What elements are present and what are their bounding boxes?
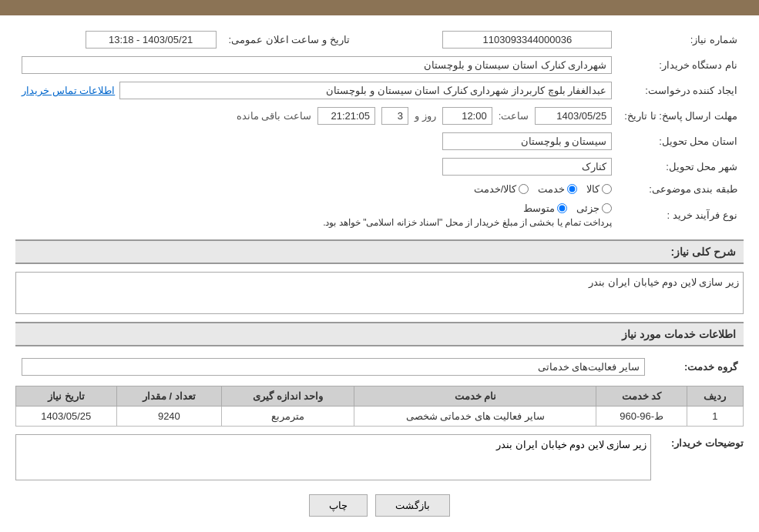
tabaqe-kala-option[interactable]: کالا — [586, 183, 612, 195]
mohlat-label: مهلت ارسال پاسخ: تا تاریخ: — [618, 103, 744, 129]
ostan-label: استان محل تحویل: — [618, 129, 744, 154]
farayand-jezvi-radio[interactable] — [602, 203, 612, 213]
saat-input: 12:00 — [442, 107, 492, 125]
page-wrapper: شماره نیاز: 1103093344000036 تاریخ و ساع… — [0, 0, 759, 532]
tarikho-value: 1403/05/21 - 13:18 — [15, 27, 223, 52]
back-button[interactable]: بازگشت — [375, 494, 450, 517]
table-header: ردیف کد خدمت نام خدمت واحد اندازه گیری ت… — [16, 386, 744, 407]
cell-name: سایر فعالیت های خدماتی شخصی — [354, 407, 596, 427]
col-name: نام خدمت — [354, 386, 596, 407]
farayand-motevaset-option[interactable]: متوسط — [523, 202, 567, 214]
info-table: شماره نیاز: 1103093344000036 تاریخ و ساع… — [15, 27, 744, 232]
col-kod: کد خدمت — [596, 386, 687, 407]
tarikho-label: تاریخ و ساعت اعلان عمومی: — [223, 27, 356, 52]
sharh-kolli-box: زیر سازی لاین دوم خیابان ایران بندر — [15, 272, 744, 314]
tabaqe-value: کالا خدمت کالا/خدمت — [15, 179, 618, 199]
grooh-value: سایر فعالیت‌های خدماتی — [15, 354, 651, 380]
ijan-input: عبدالغفار بلوچ کاربرداز شهرداری کنارک اس… — [119, 82, 612, 99]
rooz-label: روز و — [415, 110, 436, 122]
tabaqe-row: طبقه بندی موضوعی: کالا خدمت — [15, 179, 744, 199]
noe-farayand-row: نوع فرآیند خرید : جزئی متوسط — [15, 199, 744, 232]
nam-dastgah-value: شهرداری کنارک استان سیستان و بلوچستان — [15, 52, 618, 78]
tabaqe-kalaKhedmat-option[interactable]: کالا/خدمت — [474, 183, 529, 195]
farayand-motevaset-label: متوسط — [523, 202, 555, 214]
btn-area: بازگشت چاپ — [15, 483, 744, 524]
grooh-input: سایر فعالیت‌های خدماتی — [22, 358, 645, 376]
nam-dastgah-input: شهرداری کنارک استان سیستان و بلوچستان — [22, 56, 612, 74]
ettelaat-tamas-link[interactable]: اطلاعات تماس خریدار — [22, 85, 115, 96]
ijan-label: ایجاد کننده درخواست: — [618, 78, 744, 103]
tabaqe-kalaKhedmat-radio[interactable] — [519, 184, 529, 194]
saat-label: ساعت: — [499, 110, 529, 122]
tabaqe-kala-label: کالا — [586, 183, 599, 195]
table-header-row: ردیف کد خدمت نام خدمت واحد اندازه گیری ت… — [16, 386, 744, 407]
nam-dastgah-label: نام دستگاه خریدار: — [618, 52, 744, 78]
farayand-motevaset-radio[interactable] — [557, 203, 567, 213]
ostan-value: سیستان و بلوچستان — [15, 129, 618, 154]
table-row: 1ط-96-960سایر فعالیت های خدماتی شخصیمترم… — [16, 407, 744, 427]
farayand-note: پرداخت تمام یا بخشی از مبلغ خریدار از مح… — [22, 217, 612, 228]
noe-farayand-value: جزئی متوسط پرداخت تمام یا بخشی از مبلغ خ… — [15, 199, 618, 232]
tozihat-label: توضیحات خریدار: — [659, 434, 744, 449]
nam-dastgah-row: نام دستگاه خریدار: شهرداری کنارک استان س… — [15, 52, 744, 78]
grooh-row: گروه خدمت: سایر فعالیت‌های خدماتی — [15, 354, 744, 380]
ijan-row: ایجاد کننده درخواست: عبدالغفار بلوچ کارب… — [15, 78, 744, 103]
baghimandeh-label: ساعت باقی مانده — [237, 110, 311, 122]
cell-tedad: 9240 — [116, 407, 222, 427]
shahr-value: کنارک — [15, 154, 618, 179]
shahr-label: شهر محل تحویل: — [618, 154, 744, 179]
col-tarikh: تاریخ نیاز — [16, 386, 117, 407]
date-input: 1403/05/25 — [535, 107, 612, 125]
services-table: ردیف کد خدمت نام خدمت واحد اندازه گیری ت… — [15, 386, 744, 427]
col-tedad: تعداد / مقدار — [116, 386, 222, 407]
tabaqe-khedmat-label: خدمت — [538, 183, 565, 195]
page-header — [0, 0, 759, 15]
col-radif: ردیف — [687, 386, 743, 407]
shomare-niaz-input: 1103093344000036 — [442, 31, 612, 49]
shomare-niaz-label: شماره نیاز: — [618, 27, 744, 52]
tabaqe-khedmat-option[interactable]: خدمت — [538, 183, 577, 195]
farayand-jezvi-label: جزئی — [576, 202, 599, 214]
tabaqe-label: طبقه بندی موضوعی: — [618, 179, 744, 199]
rooz-input: 3 — [381, 107, 408, 125]
cell-tarikh: 1403/05/25 — [16, 407, 117, 427]
shahr-row: شهر محل تحویل: کنارک — [15, 154, 744, 179]
table-body: 1ط-96-960سایر فعالیت های خدماتی شخصیمترم… — [16, 407, 744, 427]
noe-farayand-label: نوع فرآیند خرید : — [618, 199, 744, 232]
cell-kod: ط-96-960 — [596, 407, 687, 427]
shomare-niaz-row: شماره نیاز: 1103093344000036 تاریخ و ساع… — [15, 27, 744, 52]
grooh-table: گروه خدمت: سایر فعالیت‌های خدماتی — [15, 354, 744, 380]
time-input: 21:21:05 — [317, 107, 375, 125]
content-area: شماره نیاز: 1103093344000036 تاریخ و ساع… — [0, 15, 759, 532]
cell-vahed: مترمربع — [222, 407, 354, 427]
tozihat-value-area — [15, 434, 651, 483]
farayand-jezvi-option[interactable]: جزئی — [576, 202, 612, 214]
col-vahed: واحد اندازه گیری — [222, 386, 354, 407]
ostan-row: استان محل تحویل: سیستان و بلوچستان — [15, 129, 744, 154]
ijan-value: عبدالغفار بلوچ کاربرداز شهرداری کنارک اس… — [15, 78, 618, 103]
tozihat-textarea[interactable] — [15, 434, 651, 480]
tozihat-area: توضیحات خریدار: — [15, 434, 744, 483]
sharh-kolli-section-title: شرح کلی نیاز: — [15, 239, 744, 264]
cell-radif: 1 — [687, 407, 743, 427]
tabaqe-kala-radio[interactable] — [602, 184, 612, 194]
sharh-kolli-area: زیر سازی لاین دوم خیابان ایران بندر — [15, 272, 744, 314]
print-button[interactable]: چاپ — [309, 494, 368, 517]
tarikho-input: 1403/05/21 - 13:18 — [86, 31, 217, 49]
shahr-input: کنارک — [442, 158, 612, 176]
khadamat-section-title: اطلاعات خدمات مورد نیاز — [15, 322, 744, 346]
grooh-label: گروه خدمت: — [651, 354, 744, 380]
ostan-input: سیستان و بلوچستان — [442, 132, 612, 150]
mohlat-value: 1403/05/25 ساعت: 12:00 روز و 3 21:21:05 — [15, 103, 618, 129]
tabaqe-khedmat-radio[interactable] — [567, 184, 577, 194]
tabaqe-kalaKhedmat-label: کالا/خدمت — [474, 183, 517, 195]
shomare-niaz-value: 1103093344000036 — [356, 27, 619, 52]
mohlat-row: مهلت ارسال پاسخ: تا تاریخ: 1403/05/25 سا… — [15, 103, 744, 129]
